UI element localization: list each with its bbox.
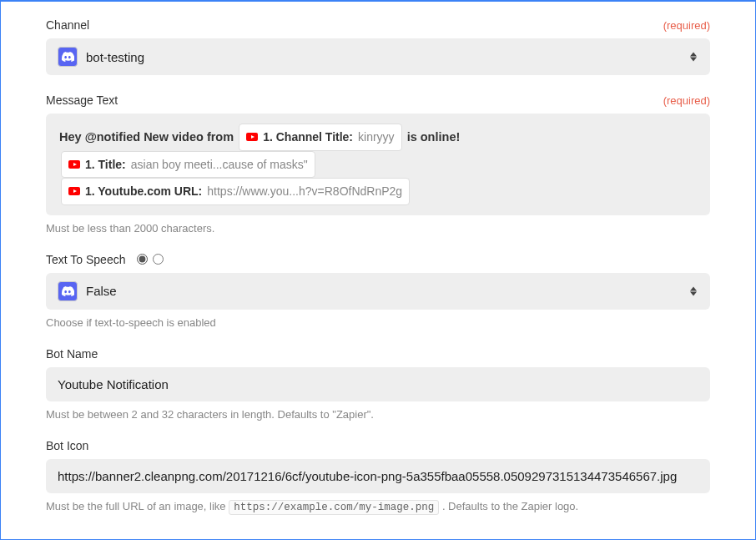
youtube-icon <box>246 133 258 141</box>
message-text-header: Message Text (required) <box>46 93 710 107</box>
channel-field: Channel (required) bot-testing <box>46 18 710 75</box>
bot-icon-header: Bot Icon <box>46 439 710 452</box>
pill-url[interactable]: 1. Youtube.com URL: https://www.you...h?… <box>61 178 410 205</box>
chevron-sort-icon <box>690 53 697 62</box>
message-text-label: Message Text <box>46 93 118 107</box>
tts-radio-on[interactable] <box>137 254 148 265</box>
message-mid: is online! <box>407 130 461 144</box>
tts-help: Choose if text-to-speech is enabled <box>46 316 710 329</box>
message-text-field: Message Text (required) Hey @notified Ne… <box>46 93 710 235</box>
bot-name-input[interactable] <box>46 367 710 401</box>
pill-title-value: asian boy meeti...cause of masks" <box>131 154 308 176</box>
chevron-sort-icon <box>690 286 697 295</box>
tts-label-text: Text To Speech <box>46 253 125 266</box>
message-prefix: Hey @notified New video from <box>59 130 234 144</box>
message-text-input[interactable]: Hey @notified New video from 1. Channel … <box>46 114 710 215</box>
pill-channel-title-label: 1. Channel Title: <box>263 126 353 149</box>
bot-icon-field: Bot Icon Must be the full URL of an imag… <box>46 439 710 513</box>
channel-required: (required) <box>663 19 710 32</box>
channel-label: Channel <box>46 18 89 32</box>
pill-url-value: https://www.you...h?v=R8OfNdRnP2g <box>207 180 402 203</box>
bot-name-label: Bot Name <box>46 347 98 361</box>
message-help: Must be less than 2000 characters. <box>46 222 710 235</box>
discord-icon <box>58 47 78 67</box>
bot-name-field: Bot Name Must be between 2 and 32 charac… <box>46 347 710 421</box>
bot-icon-input[interactable] <box>46 459 710 493</box>
channel-select[interactable]: bot-testing <box>46 38 710 75</box>
message-text-required: (required) <box>663 94 710 107</box>
pill-channel-title[interactable]: 1. Channel Title: kinryyy <box>239 124 401 151</box>
pill-title[interactable]: 1. Title: asian boy meeti...cause of mas… <box>61 151 315 179</box>
bot-icon-help: Must be the full URL of an image, like h… <box>46 500 710 513</box>
tts-radio-group <box>137 254 164 265</box>
channel-header: Channel (required) <box>46 18 710 32</box>
tts-radio-off[interactable] <box>153 254 164 265</box>
youtube-icon <box>68 187 80 195</box>
tts-label: Text To Speech <box>46 253 164 266</box>
pill-url-label: 1. Youtube.com URL: <box>85 180 202 203</box>
pill-title-label: 1. Title: <box>85 154 126 176</box>
tts-header: Text To Speech <box>46 253 710 266</box>
pill-channel-title-value: kinryyy <box>358 126 395 149</box>
bot-icon-help-prefix: Must be the full URL of an image, like <box>46 500 226 512</box>
tts-field: Text To Speech False Choose if text-to-s… <box>46 253 710 329</box>
bot-icon-help-suffix: . Defaults to the Zapier logo. <box>442 500 578 512</box>
tts-value: False <box>86 284 117 298</box>
youtube-icon <box>68 160 80 169</box>
bot-name-help: Must be between 2 and 32 characters in l… <box>46 408 710 421</box>
discord-icon <box>58 281 78 301</box>
tts-select[interactable]: False <box>46 273 710 310</box>
channel-value: bot-testing <box>86 50 144 64</box>
bot-icon-help-code: https://example.com/my-image.png <box>229 500 439 515</box>
bot-icon-label: Bot Icon <box>46 439 88 452</box>
bot-name-header: Bot Name <box>46 347 710 361</box>
